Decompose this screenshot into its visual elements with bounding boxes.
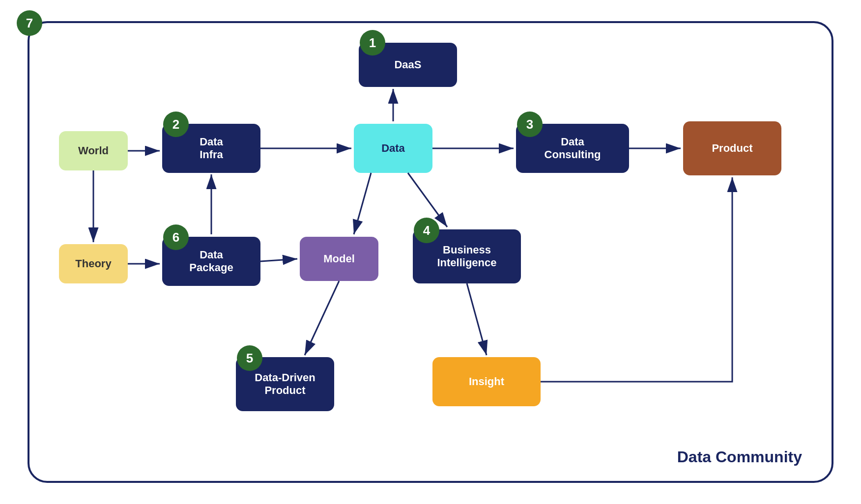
badge-2: 2 bbox=[163, 112, 189, 137]
node-model: Model bbox=[300, 237, 378, 281]
node-product: Product bbox=[683, 121, 781, 175]
node-insight: Insight bbox=[432, 357, 541, 406]
badge-5: 5 bbox=[237, 345, 262, 371]
svg-line-6 bbox=[260, 259, 297, 261]
badge-1: 1 bbox=[360, 30, 385, 56]
svg-line-13 bbox=[467, 283, 487, 355]
node-theory: Theory bbox=[59, 244, 128, 283]
badge-7: 7 bbox=[17, 10, 42, 36]
node-data: Data bbox=[354, 124, 432, 173]
svg-line-12 bbox=[305, 281, 339, 355]
page-wrapper: 7 DaaS 1 World DataInfra 2 Data DataCons… bbox=[0, 0, 861, 504]
badge-6: 6 bbox=[163, 224, 189, 250]
node-world: World bbox=[59, 131, 128, 170]
badge-3: 3 bbox=[517, 112, 543, 137]
data-community-label: Data Community bbox=[677, 448, 802, 466]
svg-line-10 bbox=[354, 173, 371, 234]
diagram-container: 7 DaaS 1 World DataInfra 2 Data DataCons… bbox=[28, 21, 833, 483]
badge-4: 4 bbox=[414, 218, 439, 243]
